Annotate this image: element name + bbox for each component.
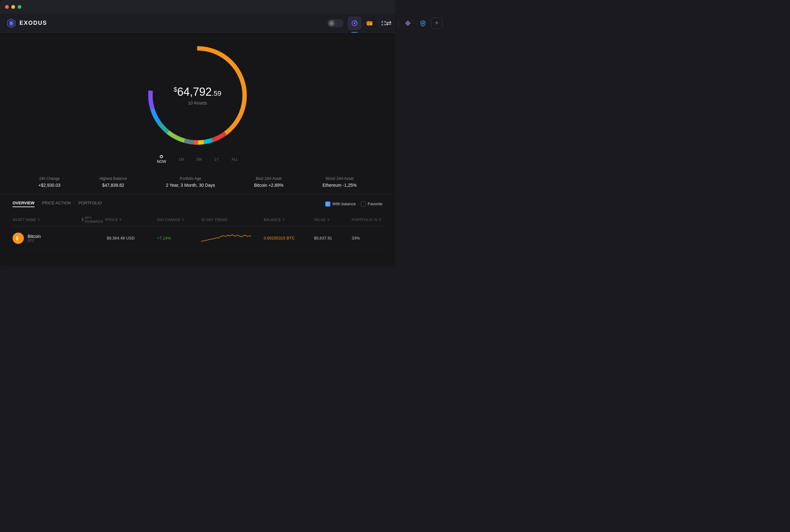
table-header: ASSET NAME ⇅ ? APY REWARDS ⇅ PRICE ⇅ 24H… bbox=[13, 213, 382, 226]
time-1m[interactable]: 1M bbox=[178, 157, 184, 162]
with-balance-checkbox[interactable]: ✓ bbox=[325, 202, 330, 207]
tab-portfolio[interactable] bbox=[347, 16, 361, 30]
asset-count: 10 Assets bbox=[174, 100, 221, 106]
stats-row: 24h Change +$2,930.03 Highest Balance $4… bbox=[0, 170, 395, 194]
price-cell: $9,364.48 USD bbox=[107, 236, 157, 241]
favorite-checkbox[interactable] bbox=[361, 202, 366, 207]
value-cell: $5,637.91 bbox=[314, 236, 352, 241]
stat-worst-asset: Worst 24H Asset Ethereum -1,25% bbox=[322, 176, 357, 188]
balance-cell: 0.60205315 BTC bbox=[264, 236, 314, 241]
time-now[interactable]: NOW bbox=[157, 155, 166, 164]
th-trend: 30 DAY TREND bbox=[201, 216, 264, 224]
table-filters: ✓ With balance Favorite bbox=[325, 202, 382, 207]
svg-point-7 bbox=[371, 23, 372, 24]
tab-price-action[interactable]: PRICE ACTION bbox=[42, 201, 71, 207]
stat-portfolio-age: Portfolio Age 2 Year, 3 Month, 30 Days bbox=[166, 176, 215, 188]
chart-section: $64,792.59 10 Assets NOW 1M 6M 1Y ALL bbox=[0, 33, 395, 170]
lock-icon bbox=[328, 20, 335, 26]
exchange-icon bbox=[385, 20, 392, 27]
svg-text:₿: ₿ bbox=[16, 236, 18, 241]
sort-change-icon: ⇅ bbox=[182, 218, 185, 221]
time-1y[interactable]: 1Y bbox=[214, 157, 219, 162]
svg-point-4 bbox=[354, 22, 355, 24]
sort-asset-icon: ⇅ bbox=[38, 218, 40, 221]
svg-rect-11 bbox=[331, 23, 333, 24]
th-price[interactable]: PRICE ⇅ bbox=[107, 216, 157, 224]
filter-with-balance[interactable]: ✓ With balance bbox=[325, 202, 356, 207]
asset-info-cell: ₿ Bitcoin BTC bbox=[13, 232, 82, 244]
sort-value-icon: ⇅ bbox=[327, 218, 330, 221]
tab-exchange[interactable] bbox=[382, 16, 395, 30]
table-section: OVERVIEW PRICE ACTION PORTFOLIO ✓ With b… bbox=[0, 194, 395, 256]
portfolio-value: $64,792.59 bbox=[174, 86, 221, 98]
donut-center: $64,792.59 10 Assets bbox=[174, 86, 221, 106]
svg-rect-5 bbox=[367, 21, 372, 25]
asset-info: ₿ Bitcoin BTC bbox=[13, 232, 82, 244]
table-row[interactable]: ₿ Bitcoin BTC $9,364.48 USD +7.14% 0. bbox=[13, 226, 382, 250]
nav-separator bbox=[379, 19, 379, 27]
portfolio-cell: 33% bbox=[352, 236, 383, 241]
minimize-button[interactable] bbox=[11, 5, 15, 9]
stat-24h-change: 24h Change +$2,930.03 bbox=[38, 176, 60, 188]
change-cell: +7.14% bbox=[157, 236, 201, 241]
exodus-logo-icon bbox=[6, 18, 16, 28]
stat-best-asset: Best 24H Asset Bitcoin +2.89% bbox=[254, 176, 284, 188]
btc-icon: ₿ bbox=[13, 232, 24, 244]
th-balance[interactable]: BALANCE ⇅ bbox=[264, 216, 314, 224]
filter-favorite[interactable]: Favorite bbox=[361, 202, 382, 207]
nav-tabs: + bbox=[347, 16, 395, 30]
tab-portfolio[interactable]: PORTFOLIO bbox=[78, 201, 102, 207]
btc-sparkline bbox=[201, 231, 251, 244]
stat-highest-balance: Highest Balance $47,839.82 bbox=[99, 176, 127, 188]
lock-toggle[interactable] bbox=[327, 19, 343, 27]
svg-rect-6 bbox=[367, 22, 372, 23]
sort-balance-icon: ⇅ bbox=[282, 218, 285, 221]
time-selector: NOW 1M 6M 1Y ALL bbox=[157, 155, 238, 164]
maximize-button[interactable] bbox=[18, 5, 21, 9]
apy-help-icon[interactable]: ? bbox=[82, 217, 83, 222]
close-button[interactable] bbox=[5, 5, 9, 9]
title-bar bbox=[0, 0, 395, 14]
donut-chart: $64,792.59 10 Assets bbox=[144, 42, 251, 149]
th-apy[interactable]: ? APY REWARDS ⇅ bbox=[82, 216, 107, 224]
asset-name-col: Bitcoin BTC bbox=[27, 234, 41, 243]
window-controls[interactable] bbox=[5, 5, 21, 9]
th-change[interactable]: 24H CHANGE ⇅ bbox=[157, 216, 201, 224]
portfolio-icon bbox=[351, 20, 358, 27]
main-content: $64,792.59 10 Assets NOW 1M 6M 1Y ALL 24… bbox=[0, 33, 395, 266]
table-tabs: OVERVIEW PRICE ACTION PORTFOLIO ✓ With b… bbox=[13, 201, 382, 207]
wallet-icon bbox=[366, 20, 373, 27]
th-portfolio[interactable]: PORTFOLIO % ⇅ bbox=[352, 216, 383, 224]
sort-price-icon: ⇅ bbox=[119, 218, 122, 221]
time-all[interactable]: ALL bbox=[231, 157, 238, 162]
tab-overview[interactable]: OVERVIEW bbox=[13, 201, 35, 207]
logo[interactable]: EXODUS bbox=[6, 18, 47, 28]
trend-cell bbox=[201, 231, 264, 245]
tab-wallet[interactable] bbox=[363, 16, 376, 30]
time-dot bbox=[160, 155, 163, 158]
logo-text: EXODUS bbox=[19, 20, 47, 26]
header: EXODUS bbox=[0, 14, 395, 33]
th-asset-name[interactable]: ASSET NAME ⇅ bbox=[13, 216, 82, 224]
time-6m[interactable]: 6M bbox=[196, 157, 202, 162]
th-value[interactable]: VALUE ⇅ bbox=[314, 216, 352, 224]
sort-portfolio-icon: ⇅ bbox=[379, 218, 381, 221]
